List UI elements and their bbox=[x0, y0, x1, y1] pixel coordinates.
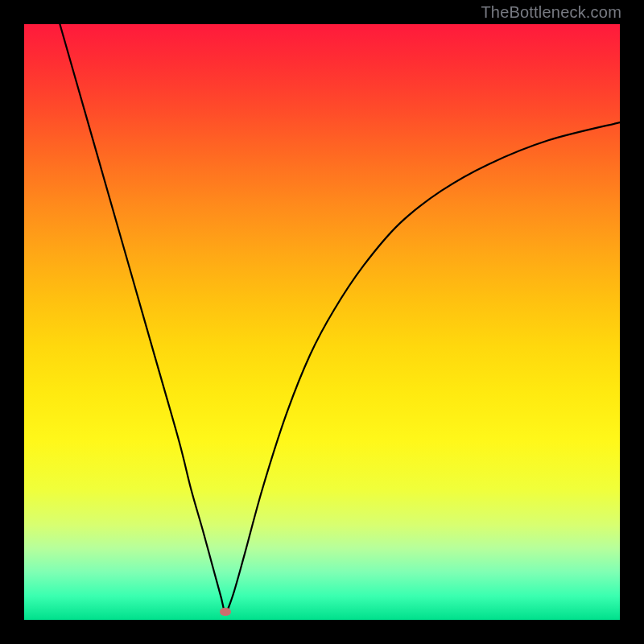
optimal-point-marker bbox=[220, 608, 231, 616]
plot-area bbox=[24, 24, 620, 620]
chart-frame: TheBottleneck.com bbox=[0, 0, 644, 644]
watermark-text: TheBottleneck.com bbox=[481, 3, 621, 22]
bottleneck-curve bbox=[24, 24, 620, 620]
